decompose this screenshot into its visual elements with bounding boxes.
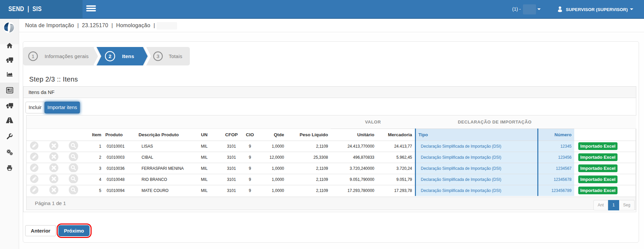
- svg-text:3: 3: [157, 53, 159, 59]
- svg-text:1: 1: [32, 53, 34, 59]
- svg-text:2: 2: [109, 53, 111, 59]
